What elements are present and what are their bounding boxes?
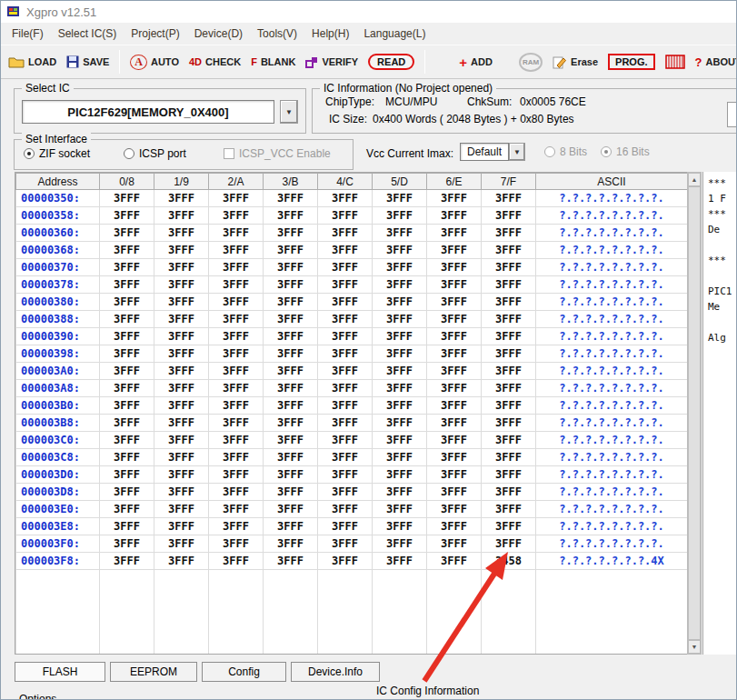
hex-cell[interactable]: 3FFF [318, 501, 373, 518]
hex-cell[interactable]: 3FFF [427, 466, 482, 484]
erase-button[interactable]: Erase [553, 55, 598, 69]
hex-cell[interactable]: 3FFF [318, 432, 373, 449]
hex-cell[interactable]: 3FFF [209, 415, 264, 432]
hex-cell[interactable]: 3FFF [318, 276, 373, 294]
hex-cell[interactable]: 3FFF [318, 518, 373, 535]
hex-cell[interactable]: 3FFF [427, 535, 482, 553]
hex-cell[interactable]: 3FFF [154, 294, 209, 311]
hex-cell[interactable]: 3FFF [100, 518, 154, 535]
hex-cell[interactable]: 3FFF [482, 328, 536, 345]
hex-cell[interactable]: 3FFF [264, 484, 318, 501]
hex-cell[interactable]: 3FFF [482, 225, 536, 242]
hex-cell[interactable]: 3FFF [209, 259, 264, 276]
menu-item-project[interactable]: Project(P) [124, 25, 186, 43]
hex-ascii[interactable]: ?.?.?.?.?.?.?.?. [536, 484, 688, 501]
hex-cell[interactable]: 3FFF [154, 432, 209, 449]
hex-cell[interactable]: 3FFF [373, 432, 427, 449]
hex-cell[interactable]: 3FFF [100, 449, 154, 466]
hex-editor[interactable]: Address0/81/92/A3/B4/C5/D6/E7/FASCII 000… [15, 172, 687, 655]
icsp-port-radio[interactable]: ICSP port [124, 147, 186, 160]
bits8-radio[interactable]: 8 Bits [544, 145, 587, 158]
hex-ascii[interactable]: ?.?.?.?.?.?.?.?. [536, 259, 688, 276]
hex-cell[interactable]: 3FFF [264, 397, 318, 415]
hex-cell[interactable]: 3FFF [482, 311, 536, 328]
hex-cell[interactable]: 3FFF [318, 484, 373, 501]
hex-cell[interactable]: 3FFF [373, 397, 427, 415]
menu-item-help[interactable]: Help(H) [304, 25, 356, 43]
hex-cell[interactable]: 3FFF [373, 415, 427, 432]
ram-button[interactable]: RAM [519, 53, 543, 72]
chip-test-button[interactable] [665, 55, 685, 69]
hex-ascii[interactable]: ?.?.?.?.?.?.?.?. [536, 518, 688, 535]
hex-cell[interactable]: 3FFF [373, 207, 427, 225]
check-button[interactable]: 4D CHECK [189, 56, 241, 67]
hex-cell[interactable]: 3FFF [154, 207, 209, 225]
hex-cell[interactable]: 3FFF [154, 415, 209, 432]
hex-cell[interactable]: 3FFF [373, 190, 427, 207]
hex-cell[interactable]: 3FFF [427, 345, 482, 363]
hex-cell[interactable]: 3FFF [482, 190, 536, 207]
tab-flash[interactable]: FLASH [15, 662, 105, 682]
hex-ascii[interactable]: ?.?.?.?.?.?.?.?. [536, 242, 688, 259]
hex-cell[interactable]: 3FFF [373, 484, 427, 501]
hex-ascii[interactable]: ?.?.?.?.?.?.?.4X [536, 553, 688, 570]
about-button[interactable]: ? ABOUT [695, 55, 737, 69]
hex-ascii[interactable]: ?.?.?.?.?.?.?.?. [536, 363, 688, 380]
hex-cell[interactable]: 3FFF [373, 380, 427, 397]
hex-cell[interactable]: 3FFF [318, 380, 373, 397]
hex-ascii[interactable]: ?.?.?.?.?.?.?.?. [536, 415, 688, 432]
hex-cell[interactable]: 3FFF [318, 190, 373, 207]
menu-item-tools[interactable]: Tools(V) [250, 25, 304, 43]
hex-cell[interactable]: 3FFF [264, 328, 318, 345]
hex-ascii[interactable]: ?.?.?.?.?.?.?.?. [536, 190, 688, 207]
hex-ascii[interactable]: ?.?.?.?.?.?.?.?. [536, 328, 688, 345]
hex-cell[interactable]: 3FFF [264, 259, 318, 276]
hex-cell[interactable]: 3FFF [264, 553, 318, 570]
hex-cell[interactable]: 3FFF [209, 345, 264, 363]
hex-cell[interactable]: 3FFF [427, 294, 482, 311]
hex-cell[interactable]: 3FFF [427, 449, 482, 466]
menu-item-file[interactable]: File(F) [5, 25, 51, 43]
ic-dropdown-button[interactable]: ▼ [280, 100, 298, 124]
hex-cell[interactable]: 3FFF [264, 466, 318, 484]
hex-cell[interactable]: 3FFF [209, 466, 264, 484]
hex-cell[interactable]: 3FFF [100, 294, 154, 311]
hex-cell[interactable]: 3FFF [100, 345, 154, 363]
hex-cell[interactable]: 3FFF [100, 432, 154, 449]
hex-cell[interactable]: 3FFF [154, 242, 209, 259]
hex-cell[interactable]: 3FFF [427, 484, 482, 501]
scroll-up-icon[interactable]: ▲ [688, 173, 701, 186]
hex-cell[interactable]: 3FFF [100, 415, 154, 432]
hex-cell[interactable]: 3FFF [482, 363, 536, 380]
hex-cell[interactable]: 3FFF [482, 501, 536, 518]
hex-cell[interactable]: 3FFF [427, 518, 482, 535]
hex-cell[interactable]: 3FFF [482, 535, 536, 553]
hex-ascii[interactable]: ?.?.?.?.?.?.?.?. [536, 501, 688, 518]
hex-cell[interactable]: 3FFF [427, 380, 482, 397]
ic-name-box[interactable]: PIC12F629[MEMORY_0X400] [22, 100, 274, 124]
hex-cell[interactable]: 3FFF [209, 449, 264, 466]
hex-cell[interactable]: 3FFF [209, 518, 264, 535]
hex-cell[interactable]: 3FFF [373, 363, 427, 380]
hex-cell[interactable]: 3FFF [100, 553, 154, 570]
hex-cell[interactable]: 3FFF [154, 328, 209, 345]
vcc-imax-select[interactable]: Default [460, 143, 509, 161]
hex-cell[interactable]: 3FFF [154, 397, 209, 415]
hex-cell[interactable]: 3FFF [373, 242, 427, 259]
hex-cell[interactable]: 3FFF [264, 518, 318, 535]
hex-cell[interactable]: 3FFF [427, 276, 482, 294]
hex-cell[interactable]: 3FFF [209, 328, 264, 345]
hex-cell[interactable]: 3FFF [427, 501, 482, 518]
hex-cell[interactable]: 3FFF [373, 345, 427, 363]
hex-cell[interactable]: 3FFF [482, 432, 536, 449]
hex-cell[interactable]: 3FFF [373, 225, 427, 242]
hex-cell[interactable]: 3FFF [154, 259, 209, 276]
hex-cell[interactable]: 3FFF [154, 535, 209, 553]
hex-cell[interactable]: 3FFF [154, 380, 209, 397]
hex-cell[interactable]: 3FFF [427, 207, 482, 225]
hex-cell[interactable]: 3FFF [154, 276, 209, 294]
hex-cell[interactable]: 3FFF [264, 345, 318, 363]
hex-cell[interactable]: 3FFF [373, 294, 427, 311]
hex-vertical-scrollbar[interactable]: ▲ ▼ [687, 172, 702, 655]
save-button[interactable]: SAVE [66, 55, 109, 68]
